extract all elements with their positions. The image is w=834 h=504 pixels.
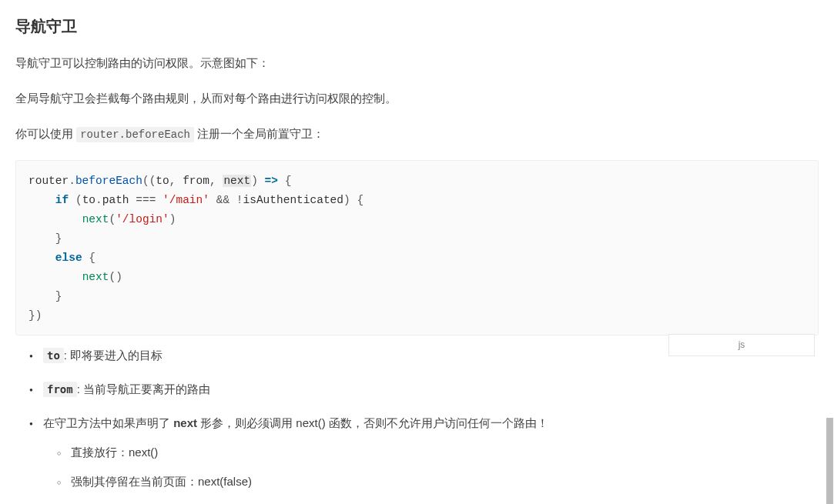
list-item-text: : 当前导航正要离开的路由: [77, 382, 210, 396]
code-content: router.beforeEach((to, from, next) => { …: [28, 172, 806, 325]
paragraph-usage: 你可以使用 router.beforeEach 注册一个全局前置守卫：: [15, 125, 819, 143]
para-text-pre: 你可以使用: [15, 127, 76, 140]
list-item-text: : 即将要进入的目标: [64, 349, 162, 362]
paragraph-intro: 导航守卫可以控制路由的访问权限。示意图如下：: [15, 54, 819, 72]
list-item-from: from: 当前导航正要离开的路由: [43, 380, 819, 399]
scrollbar-thumb[interactable]: [826, 418, 833, 504]
inline-code-to: to: [43, 348, 64, 363]
sub-bullet-list: 直接放行：next() 强制其停留在当前页面：next(false) 强制其跳转…: [43, 443, 819, 504]
code-block: router.beforeEach((to, from, next) => { …: [15, 160, 819, 335]
paragraph-global-guard: 全局导航守卫会拦截每个路由规则，从而对每个路由进行访问权限的控制。: [15, 89, 819, 108]
sub-item-stay: 强制其停留在当前页面：next(false): [71, 472, 819, 491]
list-item-to: to: 即将要进入的目标: [43, 346, 819, 365]
strong-next: next: [173, 416, 197, 429]
page-title: 导航守卫: [15, 14, 819, 38]
sub-item-direct: 直接放行：next(): [71, 443, 819, 462]
list-item-next: 在守卫方法中如果声明了 next 形参，则必须调用 next() 函数，否则不允…: [43, 414, 819, 504]
inline-code-before-each: router.beforeEach: [76, 127, 194, 142]
inline-code-from: from: [43, 382, 77, 397]
list-item-text-pre: 在守卫方法中如果声明了: [43, 416, 173, 429]
bullet-list: to: 即将要进入的目标 from: 当前导航正要离开的路由 在守卫方法中如果声…: [15, 346, 819, 504]
para-text-post: 注册一个全局前置守卫：: [194, 127, 324, 140]
list-item-text-post: 形参，则必须调用 next() 函数，否则不允许用户访问任何一个路由！: [197, 416, 548, 429]
